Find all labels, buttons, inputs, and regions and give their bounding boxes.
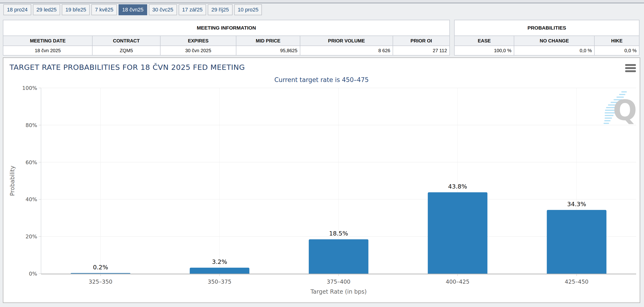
- chart-menu-button[interactable]: [625, 64, 636, 72]
- y-tick-label: 100%: [22, 85, 37, 91]
- probabilities-header-row: EASENO CHANGEHIKE: [454, 36, 639, 46]
- column-header: MID PRICE: [236, 36, 300, 46]
- cell-value: 8 626: [300, 46, 393, 55]
- x-category-label: 425–450: [565, 279, 588, 285]
- bar-value-label: 0.2%: [93, 264, 108, 271]
- chart-title: TARGET RATE PROBABILITIES FOR 18 ČVN 202…: [9, 63, 245, 71]
- watermark-dash: [621, 91, 627, 92]
- meeting-information-value-row: 18 čvn 2025ZQM530 čvn 202595,86258 62627…: [3, 46, 450, 55]
- bar-value-label: 3.2%: [212, 258, 227, 265]
- watermark-dash: [605, 115, 614, 116]
- watermark-dash: [604, 123, 609, 124]
- probability-bar-400–425[interactable]: [428, 192, 488, 274]
- probabilities-title: PROBABILITIES: [454, 20, 639, 36]
- meeting-date-tab-bar: 18 pro2429 led2519 bře257 kvě2518 čvn253…: [0, 3, 644, 20]
- bar-value-label: 34.3%: [567, 201, 586, 208]
- cell-value: 95,8625: [236, 46, 300, 55]
- meeting-tab-8[interactable]: 29 říj25: [208, 4, 232, 15]
- meeting-tab-7[interactable]: 17 zář25: [179, 4, 206, 15]
- watermark-dash: [604, 120, 610, 121]
- meeting-information-title: MEETING INFORMATION: [3, 20, 450, 36]
- column-header: MEETING DATE: [3, 36, 92, 46]
- hamburger-menu-icon: [625, 64, 636, 66]
- y-tick-label: 20%: [26, 234, 37, 240]
- meeting-information-header-row: MEETING DATECONTRACTEXPIRESMID PRICEPRIO…: [3, 36, 450, 46]
- column-header: CONTRACT: [92, 36, 160, 46]
- meeting-tab-3[interactable]: 19 bře25: [62, 4, 90, 15]
- column-header: EXPIRES: [160, 36, 236, 46]
- watermark-dash: [605, 117, 612, 119]
- y-tick-label: 40%: [26, 196, 37, 202]
- cell-value: 27 112: [393, 46, 450, 55]
- probabilities-value-row: 100,0 %0,0 %0,0 %: [454, 46, 639, 55]
- probabilities-table: PROBABILITIES EASENO CHANGEHIKE 100,0 %0…: [454, 20, 640, 55]
- target-rate-chart-panel: 0%20%40%60%80%100%325–3500.2%350–3753.2%…: [3, 57, 640, 303]
- meeting-tab-5[interactable]: 18 čvn25: [118, 4, 147, 15]
- meeting-information-table: MEETING INFORMATION MEETING DATECONTRACT…: [3, 20, 450, 55]
- cell-value: 18 čvn 2025: [3, 46, 92, 55]
- x-category-label: 325–350: [89, 279, 112, 285]
- meeting-tab-9[interactable]: 10 pro25: [234, 4, 262, 15]
- meeting-tab-4[interactable]: 7 kvě25: [91, 4, 117, 15]
- top-strip: [0, 0, 644, 3]
- y-tick-label: 80%: [26, 122, 37, 128]
- q-logo-watermark: Q: [613, 94, 637, 127]
- x-category-label: 350–375: [208, 279, 231, 285]
- meeting-tab-2[interactable]: 29 led25: [33, 4, 60, 15]
- probability-bar-350–375[interactable]: [190, 268, 250, 274]
- column-header: HIKE: [594, 36, 639, 46]
- cell-value: 0,0 %: [514, 46, 594, 55]
- y-axis-title: Probability: [9, 166, 16, 196]
- target-rate-probabilities-chart: 0%20%40%60%80%100%325–3500.2%350–3753.2%…: [3, 58, 640, 303]
- cell-value: ZQM5: [92, 46, 160, 55]
- cell-value: 100,0 %: [454, 46, 514, 55]
- cell-value: 0,0 %: [594, 46, 639, 55]
- y-tick-label: 60%: [26, 159, 37, 165]
- cell-value: 30 čvn 2025: [160, 46, 236, 55]
- meeting-tab-6[interactable]: 30 čvc25: [149, 4, 177, 15]
- x-category-label: 375–400: [327, 279, 350, 285]
- probability-bar-375–400[interactable]: [309, 239, 368, 274]
- column-header: PRIOR VOLUME: [300, 36, 393, 46]
- summary-tables-row: MEETING INFORMATION MEETING DATECONTRACT…: [3, 20, 644, 55]
- y-tick-label: 0%: [29, 271, 37, 277]
- column-header: NO CHANGE: [514, 36, 594, 46]
- chart-subtitle: Current target rate is 450–475: [274, 76, 369, 83]
- meeting-tab-1[interactable]: 18 pro24: [3, 4, 31, 15]
- probability-bar-425–450[interactable]: [547, 210, 606, 274]
- column-header: EASE: [454, 36, 514, 46]
- hamburger-menu-icon: [625, 70, 636, 72]
- bar-value-label: 43.8%: [448, 183, 467, 190]
- x-category-label: 400–425: [446, 279, 470, 285]
- column-header: PRIOR OI: [393, 36, 450, 46]
- probability-bar-325–350[interactable]: [71, 273, 130, 274]
- x-axis-title: Target Rate (in bps): [310, 289, 367, 295]
- hamburger-menu-icon: [625, 67, 636, 69]
- bar-value-label: 18.5%: [329, 230, 348, 237]
